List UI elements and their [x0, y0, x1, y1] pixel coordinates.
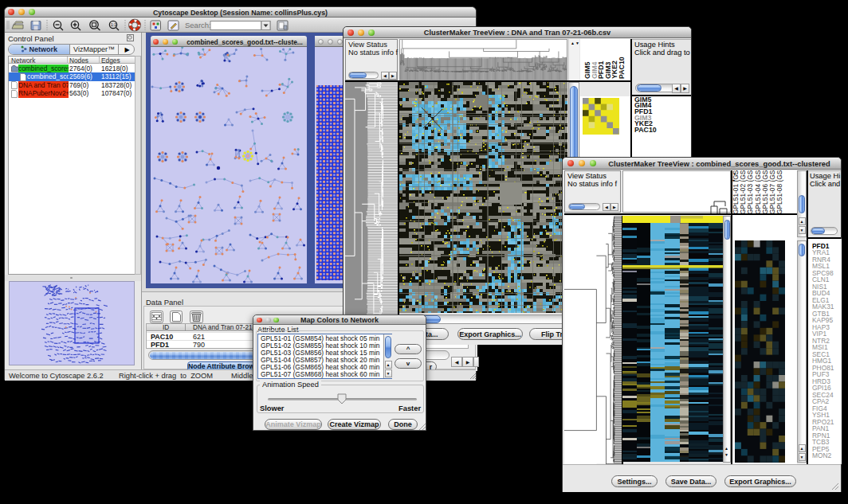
svg-text:GPL51-08 (GSM872): GPL51-08 (GSM872) [775, 170, 783, 214]
svg-text:Search:: Search: [185, 21, 211, 29]
svg-text:1:1: 1:1 [111, 22, 116, 27]
svg-text:PAC10: PAC10 [618, 57, 626, 79]
